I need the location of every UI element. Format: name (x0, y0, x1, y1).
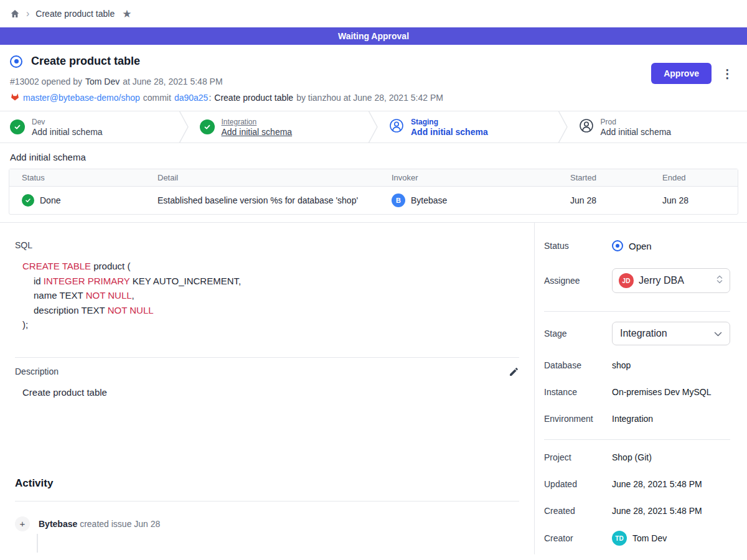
creator-avatar: TD (612, 531, 627, 546)
bytebase-avatar: B (392, 194, 405, 207)
assignee-select[interactable]: JD Jerry DBA (612, 268, 730, 293)
stage-env-label: Integration (222, 118, 293, 126)
task-table-header: Status Detail Invoker Started Ended (9, 169, 738, 187)
divider (15, 501, 519, 502)
database-value: shop (612, 360, 631, 370)
project-value: Shop (Git) (612, 452, 652, 462)
updated-value: June 28, 2021 5:48 PM (612, 479, 702, 489)
stage-task-label: Add initial schema (411, 127, 488, 137)
task-status: Done (40, 195, 60, 205)
sql-code-block: CREATE TABLE product ( id INTEGER PRIMAR… (22, 259, 519, 332)
stage-separator (558, 111, 569, 142)
field-label: Assignee (544, 276, 612, 286)
col-detail: Detail (157, 173, 392, 182)
assignee-avatar: JD (619, 273, 634, 288)
field-label: Creator (544, 533, 612, 543)
field-label: Database (544, 360, 612, 370)
issue-opener: Tom Dev (85, 77, 120, 86)
commit-message: Create product table (214, 93, 293, 103)
field-label: Created (544, 506, 612, 516)
environment-value: Integration (612, 414, 653, 424)
edit-pencil-icon[interactable] (509, 366, 519, 377)
issue-open-icon (612, 240, 623, 251)
user-circle-icon (579, 118, 594, 136)
stage-env-label: Dev (32, 118, 103, 126)
field-creator: Creator TD Tom Dev (544, 524, 730, 553)
breadcrumb: › Create product table ★ (0, 0, 747, 27)
issue-sidebar: Status Open Assignee JD Jerry DBA Stage (534, 223, 747, 554)
status-banner-text: Waiting Approval (338, 31, 409, 41)
task-detail: Established baseline version %s for data… (157, 195, 392, 205)
check-circle-icon (200, 119, 215, 134)
chevron-right-icon: › (26, 9, 29, 19)
field-assignee: Assignee JD Jerry DBA (544, 263, 730, 299)
col-ended: Ended (662, 173, 738, 182)
sql-label: SQL (15, 240, 519, 250)
chevron-updown-icon (716, 274, 723, 287)
stage-prod[interactable]: Prod Add initial schema (569, 111, 747, 142)
stage-separator (179, 111, 190, 142)
col-status: Status (22, 173, 157, 182)
field-created: Created June 28, 2021 5:48 PM (544, 497, 730, 524)
task-section-title: Add initial schema (9, 151, 738, 169)
description-label: Description (15, 366, 59, 376)
user-circle-icon (389, 118, 404, 136)
stage-value: Integration (620, 328, 709, 339)
stage-env-label: Prod (601, 118, 672, 126)
stage-task-label: Add initial schema (601, 127, 672, 137)
field-label: Updated (544, 479, 612, 489)
field-label: Stage (544, 329, 612, 338)
star-icon[interactable]: ★ (122, 9, 131, 19)
stage-separator (368, 111, 379, 142)
col-started: Started (570, 173, 662, 182)
field-database: Database shop (544, 352, 730, 378)
issue-open-icon (10, 55, 22, 68)
commit-branch-link[interactable]: master@bytebase-demo/shop (23, 93, 140, 103)
divider (15, 357, 519, 358)
commit-line: master@bytebase-demo/shop commit da90a25… (10, 92, 737, 103)
home-icon[interactable] (10, 9, 20, 19)
stage-select[interactable]: Integration (612, 322, 730, 345)
divider (544, 311, 730, 312)
field-updated: Updated June 28, 2021 5:48 PM (544, 470, 730, 497)
commit-hash-link[interactable]: da90a25 (174, 93, 209, 103)
divider (544, 439, 730, 440)
activity-title: Activity (15, 477, 519, 490)
issue-header: Create product table #13002 opened by To… (0, 45, 747, 111)
stage-staging[interactable]: Staging Add initial schema (379, 111, 558, 142)
approve-button[interactable]: Approve (651, 63, 712, 84)
table-row[interactable]: Done Established baseline version %s for… (9, 187, 738, 214)
plus-icon: + (15, 516, 30, 531)
stage-integration[interactable]: Integration Add initial schema (190, 111, 369, 142)
field-label: Instance (544, 387, 612, 397)
chevron-down-icon (714, 328, 722, 339)
field-stage: Stage Integration (544, 315, 730, 352)
kebab-menu-icon[interactable]: ⋮ (721, 68, 733, 80)
task-section: Add initial schema Status Detail Invoker… (0, 143, 747, 215)
stage-task-label: Add initial schema (222, 127, 293, 137)
commit-byline: by tianzhou at June 28, 2021 5:42 PM (296, 93, 443, 103)
check-circle-icon (22, 194, 34, 207)
task-table: Status Detail Invoker Started Ended Done… (9, 169, 738, 215)
issue-detail-panel: SQL CREATE TABLE product ( id INTEGER PR… (0, 223, 534, 554)
stage-task-label: Add initial schema (32, 127, 103, 137)
field-project: Project Shop (Git) (544, 444, 730, 470)
field-label: Status (544, 241, 612, 251)
activity-actor: Bytebase (39, 519, 77, 529)
status-value: Open (629, 241, 652, 251)
created-value: June 28, 2021 5:48 PM (612, 506, 702, 516)
field-label: Project (544, 452, 612, 462)
field-status: Status Open (544, 233, 730, 259)
issue-number: #13002 opened by (10, 77, 82, 86)
pipeline: Dev Add initial schema Integration Add i… (0, 111, 747, 143)
assignee-value: Jerry DBA (639, 275, 711, 286)
issue-meta: #13002 opened by Tom Dev at June 28, 202… (10, 77, 737, 86)
activity-entry: + Bytebase created issue Jun 28 (15, 516, 519, 531)
activity-action: created issue Jun 28 (80, 519, 160, 529)
stage-env-label: Staging (411, 118, 488, 126)
status-banner: Waiting Approval (0, 27, 747, 45)
stage-dev[interactable]: Dev Add initial schema (0, 111, 179, 142)
description-text[interactable]: Create product table (22, 387, 519, 398)
instance-value: On-premises Dev MySQL (612, 387, 711, 397)
commit-word: commit (143, 93, 171, 103)
